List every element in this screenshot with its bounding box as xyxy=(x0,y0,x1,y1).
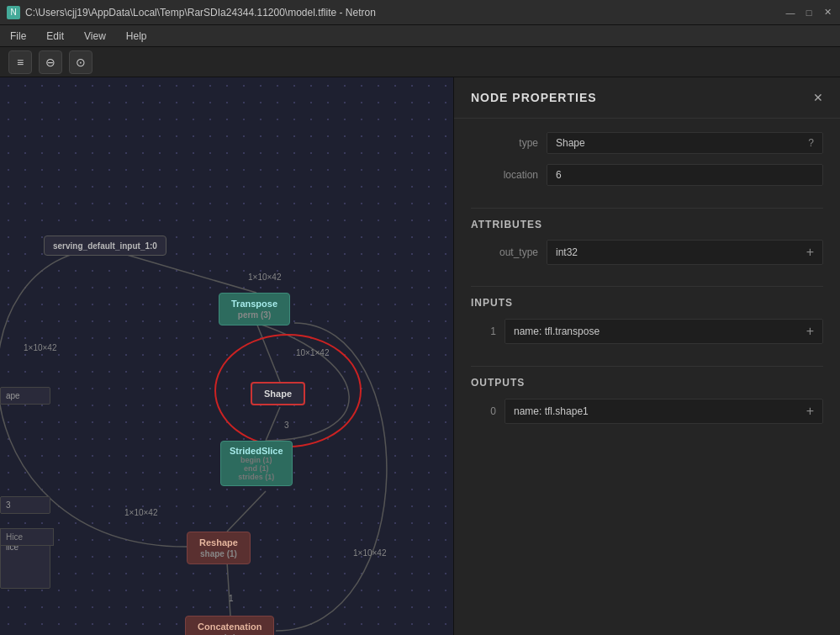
node-serving-input[interactable]: serving_default_input_1:0 xyxy=(44,235,166,256)
output-plus[interactable]: + xyxy=(806,404,814,419)
stridedslice-label: StridedSlice xyxy=(230,446,283,456)
type-label: type xyxy=(471,137,538,149)
maximize-button[interactable]: □ xyxy=(803,7,815,19)
close-button[interactable]: ✕ xyxy=(822,7,833,19)
reshape-sublabel: shape (1) xyxy=(199,549,238,558)
svg-line-2 xyxy=(266,407,280,441)
minimize-button[interactable]: — xyxy=(785,7,796,19)
node-shape[interactable]: Shape xyxy=(251,382,305,405)
menu-edit[interactable]: Edit xyxy=(43,29,67,44)
inputs-section: INPUTS 1 name: tfl.transpose + xyxy=(454,278,840,357)
edge-label-3: 3 xyxy=(284,421,289,430)
svg-line-1 xyxy=(256,323,280,382)
location-value: 6 xyxy=(556,169,562,181)
menu-view[interactable]: View xyxy=(81,29,109,44)
output-row: 0 name: tfl.shape1 + xyxy=(471,394,823,429)
panel-close-button[interactable]: ✕ xyxy=(813,91,823,104)
shape-label: Shape xyxy=(264,389,292,399)
edge-label-8: 1×10×42 xyxy=(24,343,57,352)
svg-line-3 xyxy=(227,491,266,532)
titlebar: N C:\Users\cjj19\AppData\Local\Temp\RarS… xyxy=(0,0,840,25)
stridedslice-sub3: strides (1) xyxy=(230,473,283,481)
node-concatenation[interactable]: Concatenation (...) xyxy=(185,616,274,635)
transpose-sublabel: perm (3) xyxy=(231,310,277,320)
app-icon: N xyxy=(7,6,20,19)
node-label: serving_default_input_1:0 xyxy=(53,241,157,251)
edge-label-1: 1×10×42 xyxy=(248,273,282,282)
left-node-3-label: 3 xyxy=(6,500,11,510)
node-properties-panel: NODE PROPERTIES ✕ type Shape ? location … xyxy=(453,77,840,635)
menu-file[interactable]: File xyxy=(7,29,29,44)
panel-type-section: type Shape ? location 6 xyxy=(454,119,840,199)
type-row: type Shape ? xyxy=(471,127,823,159)
stridedslice-sub1: begin (1) xyxy=(230,456,283,464)
out-type-value: int32 xyxy=(556,246,578,258)
svg-line-4 xyxy=(227,562,230,616)
edge-label-7: 1×10×42 xyxy=(353,548,387,558)
titlebar-left: N C:\Users\cjj19\AppData\Local\Temp\RarS… xyxy=(7,6,376,19)
type-value-box: Shape ? xyxy=(547,132,823,154)
edge-label-4: 1×10×42 xyxy=(124,508,158,517)
input-value: name: tfl.transpose xyxy=(514,325,600,337)
output-value-box: name: tfl.shape1 + xyxy=(505,399,823,424)
location-value-box: 6 xyxy=(547,164,823,186)
node-stridedslice[interactable]: StridedSlice begin (1) end (1) strides (… xyxy=(220,441,293,486)
left-node-lice: lice xyxy=(0,538,50,589)
outputs-section: OUTPUTS 0 name: tfl.shape1 + xyxy=(454,357,840,437)
location-label: location xyxy=(471,169,538,181)
node-transpose[interactable]: Transpose perm (3) xyxy=(219,293,290,325)
input-plus[interactable]: + xyxy=(806,324,814,339)
left-node-3: 3 xyxy=(0,496,50,514)
titlebar-controls: — □ ✕ xyxy=(785,7,833,19)
window-title: C:\Users\cjj19\AppData\Local\Temp\RarSDI… xyxy=(25,7,376,19)
attributes-section: ATTRIBUTES out_type int32 + xyxy=(454,199,840,278)
output-index: 0 xyxy=(471,405,496,417)
edge-label-2: 10×1×42 xyxy=(296,348,330,357)
edge-label-5: 1 xyxy=(229,594,234,603)
left-hice-node: Hice xyxy=(0,528,54,546)
location-row: location 6 xyxy=(471,159,823,191)
fit-button[interactable]: ⊙ xyxy=(69,50,92,74)
inputs-header: INPUTS xyxy=(471,286,823,314)
toolbar: ≡ ⊖ ⊙ xyxy=(0,47,840,77)
graph-canvas[interactable]: serving_default_input_1:0 Transpose perm… xyxy=(0,77,453,635)
main-area: serving_default_input_1:0 Transpose perm… xyxy=(0,77,840,635)
node-reshape[interactable]: Reshape shape (1) xyxy=(187,532,251,564)
menubar: File Edit View Help xyxy=(0,25,840,47)
out-type-label: out_type xyxy=(471,246,538,258)
menu-toggle-button[interactable]: ≡ xyxy=(8,50,32,74)
stridedslice-sub2: end (1) xyxy=(230,464,283,473)
left-node-ape: ape xyxy=(0,387,50,405)
input-value-box: name: tfl.transpose + xyxy=(505,319,823,344)
left-node-ape-label: ape xyxy=(6,391,20,400)
out-type-value-box: int32 + xyxy=(547,240,823,265)
reshape-label: Reshape xyxy=(199,537,238,548)
type-value: Shape xyxy=(556,137,585,149)
attributes-header: ATTRIBUTES xyxy=(471,208,823,235)
out-type-plus[interactable]: + xyxy=(806,245,814,260)
out-type-row: out_type int32 + xyxy=(471,235,823,269)
concatenation-label: Concatenation xyxy=(198,622,262,632)
outputs-header: OUTPUTS xyxy=(471,366,823,394)
output-value: name: tfl.shape1 xyxy=(514,405,589,417)
type-help[interactable]: ? xyxy=(808,137,814,149)
zoom-out-button[interactable]: ⊖ xyxy=(39,50,62,74)
input-index: 1 xyxy=(471,325,496,337)
panel-title: NODE PROPERTIES xyxy=(471,91,597,104)
transpose-label: Transpose xyxy=(231,299,277,309)
input-row: 1 name: tfl.transpose + xyxy=(471,314,823,349)
menu-help[interactable]: Help xyxy=(123,29,151,44)
panel-header: NODE PROPERTIES ✕ xyxy=(454,77,840,119)
